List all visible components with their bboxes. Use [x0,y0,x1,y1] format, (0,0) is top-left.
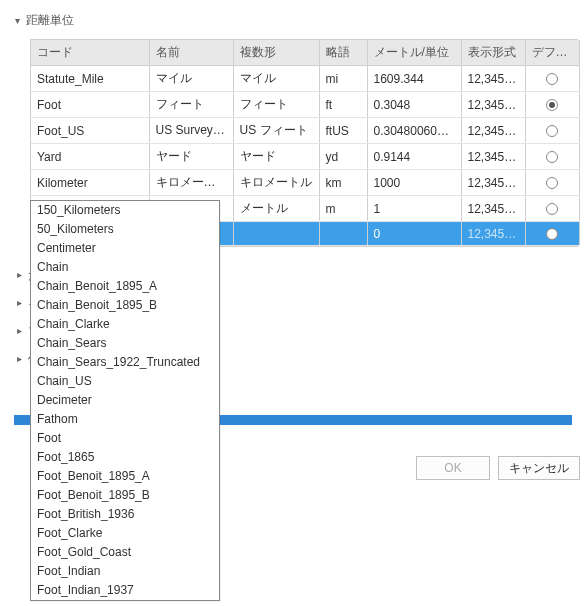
dropdown-item[interactable]: Chain_Sears [31,334,219,353]
radio-icon[interactable] [546,203,558,215]
cell-name[interactable]: キロメートル [149,170,233,196]
col-plural[interactable]: 複数形 [233,40,319,66]
dropdown-item[interactable]: Centimeter [31,239,219,258]
cell-display[interactable]: 12,345.12 [461,144,525,170]
col-code[interactable]: コード [31,40,149,66]
col-display[interactable]: 表示形式 [461,40,525,66]
cell-abbrev[interactable]: mi [319,66,367,92]
dropdown-item[interactable]: Chain_Benoit_1895_A [31,277,219,296]
dropdown-item[interactable]: Decimeter [31,391,219,410]
dropdown-item[interactable]: Chain_US [31,372,219,391]
cell-abbrev[interactable]: ft [319,92,367,118]
dropdown-item[interactable]: Foot_Clarke [31,524,219,543]
chevron-right-icon: ▸ [14,289,24,317]
cell-default[interactable] [525,222,579,246]
dropdown-item[interactable]: Foot_Benoit_1895_B [31,486,219,505]
cell-meter[interactable]: 1 [367,196,461,222]
radio-icon[interactable] [546,151,558,163]
col-default[interactable]: デフォルト [525,40,579,66]
table-row[interactable]: Footフィートフィートft0.304812,345.12 [31,92,579,118]
cell-plural[interactable]: マイル [233,66,319,92]
cell-display[interactable]: 12,345.12 [461,170,525,196]
table-header-row: コード 名前 複数形 略語 メートル/単位 表示形式 デフォルト [31,40,579,66]
cell-code[interactable]: Statute_Mile [31,66,149,92]
cell-plural[interactable]: フィート [233,92,319,118]
cell-abbrev[interactable]: ftUS [319,118,367,144]
cell-default[interactable] [525,92,579,118]
radio-icon[interactable] [546,125,558,137]
radio-icon[interactable] [546,73,558,85]
cell-plural[interactable] [233,222,319,246]
cell-meter[interactable]: 0.3048 [367,92,461,118]
dropdown-item[interactable]: Foot_Benoit_1895_A [31,467,219,486]
dropdown-item[interactable]: 50_Kilometers [31,220,219,239]
cell-meter[interactable]: 0 [367,222,461,246]
cell-meter[interactable]: 1609.344 [367,66,461,92]
section-title: 距離単位 [26,12,74,29]
col-abbrev[interactable]: 略語 [319,40,367,66]
cell-default[interactable] [525,144,579,170]
cell-abbrev[interactable]: yd [319,144,367,170]
cell-default[interactable] [525,196,579,222]
cell-name[interactable]: フィート [149,92,233,118]
cell-meter[interactable]: 0.9144 [367,144,461,170]
cell-display[interactable]: 12,345.12 [461,66,525,92]
radio-icon[interactable] [546,177,558,189]
radio-icon[interactable] [546,99,558,111]
cell-abbrev[interactable]: km [319,170,367,196]
cell-plural[interactable]: キロメートル [233,170,319,196]
chevron-down-icon: ▾ [12,15,22,26]
cell-abbrev[interactable]: m [319,196,367,222]
dropdown-item[interactable]: Foot_British_1936 [31,505,219,524]
cell-name[interactable]: US Survey フィート [149,118,233,144]
chevron-right-icon: ▸ [14,261,24,289]
dropdown-item[interactable]: Chain_Benoit_1895_B [31,296,219,315]
cell-code[interactable]: Foot_US [31,118,149,144]
cell-name[interactable]: ヤード [149,144,233,170]
cell-code[interactable]: Yard [31,144,149,170]
cell-display[interactable]: 12,345.12 [461,118,525,144]
dropdown-item[interactable]: Foot_Gold_Coast [31,543,219,562]
radio-icon[interactable] [546,228,558,240]
cell-default[interactable] [525,66,579,92]
cell-abbrev[interactable] [319,222,367,246]
cell-name[interactable]: マイル [149,66,233,92]
cell-meter[interactable]: 1000 [367,170,461,196]
cancel-button[interactable]: キャンセル [498,456,580,480]
table-row[interactable]: Foot_USUS Survey フィートUS フィートftUS0.304800… [31,118,579,144]
cell-display[interactable]: 12,345.12 [461,196,525,222]
table-row[interactable]: Yardヤードヤードyd0.914412,345.12 [31,144,579,170]
cell-plural[interactable]: US フィート [233,118,319,144]
section-header[interactable]: ▾ 距離単位 [8,8,584,39]
cell-default[interactable] [525,170,579,196]
cell-meter[interactable]: 0.30480060096... [367,118,461,144]
cell-code[interactable]: Kilometer [31,170,149,196]
chevron-right-icon: ▸ [14,317,24,345]
code-dropdown[interactable]: 150_Kilometers50_KilometersCentimeterCha… [30,200,220,601]
table-row[interactable]: Statute_Mileマイルマイルmi1609.34412,345.12 [31,66,579,92]
dropdown-item[interactable]: Foot_Indian_1937 [31,581,219,600]
dropdown-item[interactable]: Chain_Clarke [31,315,219,334]
cell-display[interactable]: 12,345.12 [461,222,525,246]
dropdown-item[interactable]: Fathom [31,410,219,429]
dropdown-item[interactable]: Chain_Sears_1922_Truncated [31,353,219,372]
dropdown-item[interactable]: 150_Kilometers [31,201,219,220]
col-name[interactable]: 名前 [149,40,233,66]
col-meter[interactable]: メートル/単位 [367,40,461,66]
cell-default[interactable] [525,118,579,144]
table-row[interactable]: Kilometerキロメートルキロメートルkm100012,345.12 [31,170,579,196]
chevron-right-icon: ▸ [14,345,24,373]
dropdown-item[interactable]: Foot [31,429,219,448]
dialog-buttons: OK キャンセル [416,456,580,480]
dropdown-item[interactable]: Foot_1865 [31,448,219,467]
ok-button[interactable]: OK [416,456,490,480]
cell-plural[interactable]: ヤード [233,144,319,170]
dropdown-item[interactable]: Chain [31,258,219,277]
cell-code[interactable]: Foot [31,92,149,118]
cell-plural[interactable]: メートル [233,196,319,222]
dropdown-item[interactable]: Foot_Indian [31,562,219,581]
cell-display[interactable]: 12,345.12 [461,92,525,118]
